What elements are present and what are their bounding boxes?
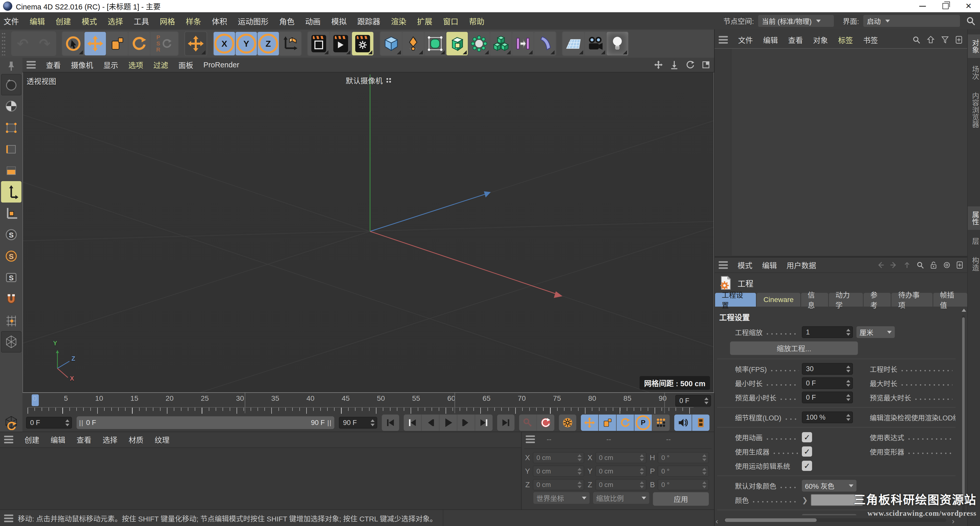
viewport-menu-options[interactable]: 选项: [128, 59, 143, 70]
om-menu-objects[interactable]: 对象: [813, 35, 828, 45]
rot-b-field[interactable]: 0 °: [658, 479, 709, 490]
rot-h-field[interactable]: 0 °: [658, 452, 709, 463]
dock-tab-content-browser[interactable]: 内容浏览器: [968, 87, 980, 132]
render-view-button[interactable]: [308, 32, 329, 56]
scale-x-field[interactable]: 0 cm: [595, 452, 647, 463]
object-manager-handle[interactable]: [719, 36, 728, 44]
goto-start-button[interactable]: [382, 415, 399, 431]
attribute-horizontal-scrollbar[interactable]: ‹ ›: [714, 516, 956, 524]
coordinate-system-dropdown[interactable]: 世界坐标: [533, 492, 590, 504]
render-picture-viewer-button[interactable]: [330, 32, 352, 56]
model-mode-button[interactable]: [1, 95, 21, 117]
menu-mesh[interactable]: 网格: [160, 15, 175, 27]
live-selection-button[interactable]: [62, 32, 84, 56]
attr-menu-mode[interactable]: 模式: [738, 260, 752, 270]
stepper-icon[interactable]: [846, 365, 850, 372]
pan-view-icon[interactable]: [654, 60, 663, 69]
eyedropper-icon[interactable]: [867, 496, 876, 505]
lock-x-axis-button[interactable]: X: [213, 32, 235, 56]
record-key-button[interactable]: [519, 415, 537, 431]
key-rotation-button[interactable]: [617, 415, 635, 431]
viewport-menu-view[interactable]: 查看: [46, 59, 61, 70]
render-preview-button[interactable]: [692, 415, 710, 431]
object-list-area[interactable]: [714, 48, 968, 256]
scale-project-button[interactable]: 缩放工程...: [730, 341, 858, 355]
lock-z-axis-button[interactable]: Z: [258, 32, 279, 56]
om-menu-edit[interactable]: 编辑: [763, 35, 778, 45]
dock-tab-structure[interactable]: 构造: [968, 252, 980, 276]
sync-views-icon[interactable]: [686, 60, 695, 69]
parent-object-icon[interactable]: [903, 261, 911, 269]
viewport-menu-cameras[interactable]: 摄像机: [71, 59, 93, 70]
pos-y-field[interactable]: 0 cm: [533, 466, 584, 477]
grid-snap-button[interactable]: [1, 310, 21, 331]
scale-y-field[interactable]: 0 cm: [595, 466, 647, 477]
perspective-viewport[interactable]: 查看 摄像机 显示 选项 过滤 面板 ProRender: [22, 58, 714, 393]
play-button[interactable]: [439, 415, 457, 431]
pos-x-field[interactable]: 0 cm: [533, 452, 584, 463]
menu-simulate[interactable]: 模拟: [331, 15, 347, 27]
range-left-handle[interactable]: ||: [79, 419, 84, 427]
sound-toggle-button[interactable]: [674, 415, 692, 431]
scale-z-field[interactable]: 0 cm: [595, 479, 647, 490]
menu-spline[interactable]: 样条: [186, 15, 201, 27]
enable-snap-button[interactable]: [1, 288, 21, 310]
palette-drag-handle[interactable]: [1, 58, 21, 74]
material-menu-edit[interactable]: 编辑: [51, 434, 65, 445]
menu-extensions[interactable]: 扩展: [417, 15, 432, 27]
keyframe-selection-button[interactable]: [559, 415, 576, 431]
quantize-button[interactable]: [1, 331, 21, 353]
attr-menu-userdata[interactable]: 用户数据: [787, 260, 816, 270]
add-panel-icon[interactable]: [956, 261, 964, 269]
minimize-button[interactable]: [911, 0, 934, 12]
rot-p-field[interactable]: 0 °: [658, 466, 709, 477]
scale-unit-dropdown[interactable]: 厘米: [856, 326, 895, 338]
use-generators-checkbox[interactable]: [802, 447, 812, 457]
history-forward-icon[interactable]: [890, 261, 898, 269]
material-menu-texture[interactable]: 纹理: [155, 434, 169, 445]
prev-frame-button[interactable]: [422, 415, 439, 431]
use-motion-system-checkbox[interactable]: [802, 461, 812, 471]
viewport-menu-filter[interactable]: 过滤: [153, 59, 168, 70]
attribute-menu-handle[interactable]: [719, 261, 728, 269]
lod-field[interactable]: 100 %: [802, 412, 853, 423]
filter-icon[interactable]: [941, 35, 950, 44]
lock-icon[interactable]: [929, 261, 938, 269]
om-menu-view[interactable]: 查看: [788, 35, 803, 45]
ffd-cage-button[interactable]: [468, 32, 490, 56]
key-position-button[interactable]: [581, 415, 599, 431]
search-icon[interactable]: [916, 261, 924, 269]
default-color-dropdown[interactable]: 60% 灰色: [802, 480, 856, 491]
tab-project-settings[interactable]: 工程设置: [715, 293, 756, 307]
material-menu-create[interactable]: 创建: [24, 434, 39, 445]
menu-file[interactable]: 文件: [3, 15, 19, 27]
apply-button[interactable]: 应用: [653, 492, 709, 506]
workplane-button[interactable]: [1, 203, 21, 224]
tab-info[interactable]: 信息: [801, 293, 828, 307]
attribute-vertical-scrollbar[interactable]: [960, 309, 967, 514]
field-force-button[interactable]: [512, 32, 534, 56]
view-clipping-dropdown[interactable]: 中: [802, 514, 856, 515]
add-light-button[interactable]: [607, 32, 628, 56]
status-menu-handle[interactable]: [4, 515, 13, 522]
viewport-camera-label[interactable]: 默认摄像机: [23, 75, 714, 86]
timeline-start-field[interactable]: 0 F: [26, 417, 72, 429]
om-menu-bookmarks[interactable]: 书签: [863, 35, 878, 45]
point-mode-button[interactable]: [1, 117, 21, 138]
undo-button[interactable]: ↶: [12, 32, 33, 56]
toggle-single-view-icon[interactable]: [701, 60, 711, 69]
next-frame-button[interactable]: [457, 415, 475, 431]
toolbar-drag-handle[interactable]: [2, 32, 6, 56]
material-menu-select[interactable]: 选择: [103, 434, 118, 445]
menu-window[interactable]: 窗口: [443, 15, 458, 27]
current-frame-field[interactable]: 0 F: [675, 395, 711, 407]
node-space-dropdown[interactable]: 当前 (标准/物理): [758, 15, 834, 27]
key-parameter-button[interactable]: P: [635, 415, 652, 431]
stepper-icon[interactable]: [704, 397, 708, 404]
extrude-generator-button[interactable]: [446, 32, 468, 56]
fps-field[interactable]: 30: [802, 363, 853, 375]
stepper-icon[interactable]: [846, 329, 850, 336]
search-icon[interactable]: [912, 35, 921, 44]
add-camera-button[interactable]: [585, 32, 606, 56]
scroll-left-icon[interactable]: ‹: [716, 517, 718, 526]
